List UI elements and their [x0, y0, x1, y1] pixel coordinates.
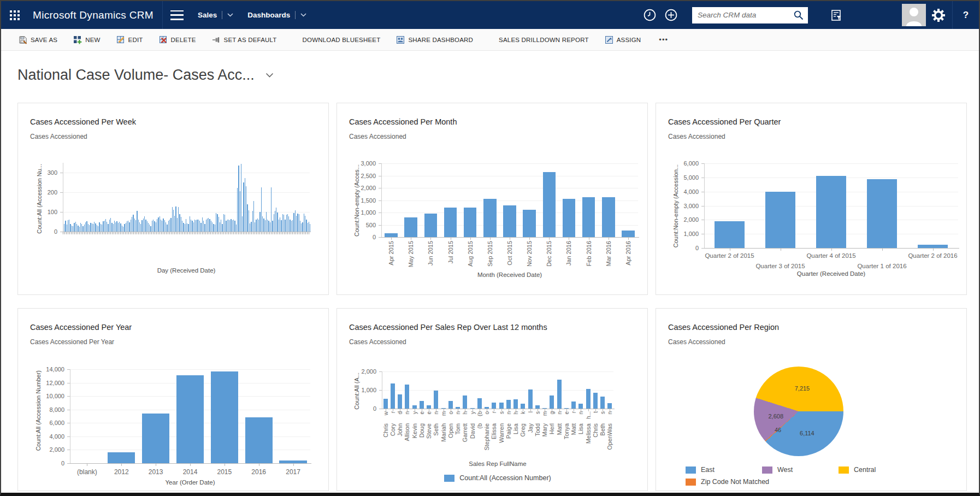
- bar[interactable]: [161, 220, 161, 232]
- advanced-find-button[interactable]: [830, 9, 843, 22]
- bar[interactable]: [420, 401, 424, 409]
- nav-item-dashboards[interactable]: Dashboards: [247, 11, 306, 19]
- bar[interactable]: [245, 178, 245, 232]
- bar[interactable]: [149, 225, 150, 232]
- bar[interactable]: [279, 460, 306, 463]
- recent-items-button[interactable]: [643, 8, 657, 22]
- bar[interactable]: [276, 208, 276, 232]
- bar[interactable]: [75, 222, 76, 232]
- bar[interactable]: [506, 400, 511, 409]
- bar[interactable]: [543, 172, 556, 237]
- bar[interactable]: [557, 380, 562, 409]
- bar[interactable]: [238, 166, 239, 232]
- bar[interactable]: [107, 222, 107, 232]
- bar[interactable]: [249, 210, 249, 232]
- bar[interactable]: [179, 214, 180, 232]
- bar[interactable]: [73, 226, 73, 232]
- bar[interactable]: [304, 214, 304, 232]
- bar[interactable]: [185, 224, 185, 232]
- bar[interactable]: [206, 220, 206, 232]
- bar[interactable]: [256, 220, 256, 232]
- bar[interactable]: [119, 222, 120, 232]
- bar[interactable]: [170, 218, 171, 232]
- bar[interactable]: [129, 222, 129, 232]
- bar[interactable]: [523, 210, 536, 237]
- bar[interactable]: [262, 216, 263, 232]
- bar[interactable]: [246, 186, 246, 232]
- bar[interactable]: [578, 404, 583, 409]
- bar[interactable]: [93, 224, 93, 232]
- bar[interactable]: [765, 192, 796, 248]
- cmd-download-bluesheet-button[interactable]: DOWNLOAD BLUESHEET: [302, 37, 380, 43]
- bar[interactable]: [150, 226, 151, 232]
- bar[interactable]: [528, 389, 533, 409]
- bar[interactable]: [229, 220, 230, 232]
- bar[interactable]: [118, 223, 119, 232]
- bar[interactable]: [253, 201, 254, 232]
- bar[interactable]: [222, 224, 222, 232]
- bar[interactable]: [228, 220, 229, 232]
- bar[interactable]: [68, 220, 68, 232]
- bar[interactable]: [128, 221, 128, 232]
- bar[interactable]: [116, 221, 117, 232]
- bar[interactable]: [563, 199, 576, 237]
- bar[interactable]: [279, 220, 279, 232]
- bar[interactable]: [302, 222, 303, 232]
- bar[interactable]: [412, 405, 417, 409]
- bar[interactable]: [144, 216, 145, 232]
- bar[interactable]: [257, 219, 258, 232]
- quick-create-button[interactable]: [664, 8, 678, 22]
- bar[interactable]: [291, 221, 292, 232]
- bar[interactable]: [297, 214, 298, 232]
- bar[interactable]: [168, 221, 169, 232]
- bar[interactable]: [114, 221, 115, 232]
- bar[interactable]: [157, 219, 157, 232]
- bar[interactable]: [199, 221, 200, 232]
- bar[interactable]: [131, 220, 131, 232]
- bar[interactable]: [183, 223, 184, 232]
- bar[interactable]: [194, 220, 195, 232]
- bar[interactable]: [448, 401, 453, 409]
- bar[interactable]: [80, 223, 81, 232]
- bar[interactable]: [499, 403, 504, 409]
- nav-item-sales[interactable]: Sales: [198, 11, 233, 19]
- bar[interactable]: [211, 221, 211, 232]
- bar[interactable]: [186, 219, 186, 232]
- bar[interactable]: [296, 216, 297, 232]
- bar[interactable]: [158, 217, 158, 232]
- bar[interactable]: [133, 215, 133, 232]
- bar[interactable]: [285, 220, 285, 232]
- bar[interactable]: [586, 389, 591, 409]
- bar[interactable]: [571, 401, 576, 409]
- bar[interactable]: [277, 212, 278, 232]
- bar[interactable]: [142, 414, 169, 463]
- bar[interactable]: [405, 385, 409, 409]
- cmd-share-dashboard-button[interactable]: SHARE DASHBOARD: [396, 36, 473, 44]
- bar[interactable]: [203, 221, 204, 232]
- bar[interactable]: [223, 214, 224, 232]
- bar[interactable]: [140, 224, 141, 232]
- bar[interactable]: [261, 187, 262, 232]
- bar[interactable]: [483, 199, 497, 237]
- bar[interactable]: [212, 222, 212, 232]
- bar[interactable]: [232, 220, 233, 232]
- bar[interactable]: [98, 226, 98, 232]
- bar[interactable]: [135, 220, 136, 232]
- bar[interactable]: [268, 221, 269, 232]
- bar[interactable]: [89, 225, 90, 232]
- bar[interactable]: [85, 222, 86, 232]
- bar[interactable]: [163, 219, 163, 232]
- bar[interactable]: [513, 399, 518, 409]
- bar[interactable]: [196, 220, 196, 232]
- bar[interactable]: [84, 225, 85, 232]
- bar[interactable]: [293, 213, 294, 232]
- help-button[interactable]: ?: [953, 10, 979, 21]
- bar[interactable]: [162, 221, 162, 232]
- bar[interactable]: [174, 216, 175, 232]
- bar[interactable]: [299, 214, 299, 232]
- bar[interactable]: [265, 220, 265, 232]
- bar[interactable]: [202, 217, 203, 232]
- bar[interactable]: [173, 210, 174, 232]
- bar[interactable]: [607, 403, 612, 409]
- bar[interactable]: [64, 224, 64, 232]
